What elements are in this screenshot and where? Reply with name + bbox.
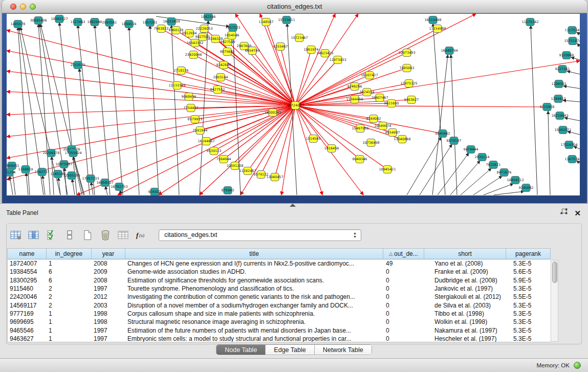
table-cell[interactable]: 2009: [92, 268, 125, 276]
graph-node[interactable]: 7594944: [216, 156, 231, 163]
graph-edge-black[interactable]: [567, 71, 580, 74]
table-cell[interactable]: Investigating the contribution of common…: [125, 293, 383, 301]
graph-node[interactable]: 13040457: [266, 173, 283, 181]
graph-node[interactable]: 8471676: [497, 169, 512, 177]
column-header-year[interactable]: year: [92, 249, 125, 259]
graph-node[interactable]: 13040868: [394, 136, 410, 143]
table-row[interactable]: 946362711997Embryonic stem cells: a mode…: [8, 335, 551, 342]
graph-edge-black[interactable]: [564, 118, 580, 121]
table-cell[interactable]: 9777169: [8, 310, 47, 318]
table-cell[interactable]: 5.3E-5: [506, 310, 551, 318]
graph-node[interactable]: 9245062: [519, 184, 534, 192]
table-row[interactable]: 1830029562008Estimation of significance …: [8, 276, 551, 285]
select-rows-icon[interactable]: [45, 229, 58, 241]
graph-node[interactable]: 7254407: [184, 104, 199, 112]
table-row[interactable]: 946554611997Estimation of the future num…: [8, 326, 551, 334]
graph-edge-black[interactable]: [577, 32, 580, 34]
graph-node[interactable]: 11973433: [329, 56, 346, 64]
tab-node-table[interactable]: Node Table: [216, 345, 266, 355]
graph-edge-black[interactable]: [78, 25, 95, 195]
table-source-select[interactable]: citations_edges.txt ▲▼: [159, 229, 361, 241]
graph-node[interactable]: 17016504: [560, 141, 577, 149]
graph-edge-red[interactable]: [241, 105, 295, 195]
column-header-title[interactable]: title: [125, 249, 383, 259]
graph-node[interactable]: 1882946: [88, 18, 102, 26]
graph-node[interactable]: 1092346: [201, 14, 216, 21]
graph-node[interactable]: 9068456: [182, 93, 197, 101]
graph-node[interactable]: 16115498: [424, 16, 441, 24]
graph-node[interactable]: 1156819: [18, 166, 33, 173]
table-cell[interactable]: 9465546: [8, 326, 47, 334]
graph-node[interactable]: 1209383: [552, 80, 567, 88]
graph-edge-black[interactable]: [450, 161, 480, 195]
table-cell[interactable]: 9115460: [8, 285, 47, 293]
graph-node[interactable]: 10685527: [51, 15, 68, 23]
table-cell[interactable]: 1: [47, 259, 92, 268]
graph-node[interactable]: 15723467: [291, 34, 308, 42]
graph-edge-black[interactable]: [577, 43, 580, 47]
column-header-short[interactable]: short: [424, 249, 506, 259]
graph-edge-black[interactable]: [432, 55, 448, 195]
graph-edge-black[interactable]: [58, 178, 60, 195]
table-cell[interactable]: 0: [383, 285, 424, 293]
graph-node[interactable]: 10736498: [362, 139, 379, 147]
graph-node[interactable]: 9227341: [555, 65, 570, 73]
table-cell[interactable]: 2003: [92, 301, 125, 309]
graph-node[interactable]: 22226053: [195, 25, 212, 33]
table-cell[interactable]: 1997: [92, 285, 125, 293]
table-cell[interactable]: 2008: [92, 276, 125, 285]
table-cell[interactable]: Estimation of significance thresholds fo…: [125, 276, 383, 285]
row-height-icon[interactable]: [63, 229, 76, 241]
graph-node[interactable]: 9329968: [559, 52, 574, 59]
graph-node[interactable]: 15497956: [352, 125, 368, 133]
graph-edge-black[interactable]: [105, 186, 107, 195]
table-cell[interactable]: 1997: [92, 326, 125, 334]
close-panel-icon[interactable]: ✕: [574, 209, 581, 217]
table-cell[interactable]: 2: [47, 293, 92, 301]
function-builder-icon[interactable]: f (x): [135, 229, 148, 241]
graph-node[interactable]: 12975125: [400, 80, 417, 87]
table-row[interactable]: 1938455462009Genome-wide association stu…: [8, 268, 551, 276]
table-cell[interactable]: 5.3E-5: [506, 301, 551, 309]
table-row[interactable]: 2242004622012Investigating the contribut…: [8, 293, 551, 301]
graph-node[interactable]: 15992071: [554, 126, 571, 134]
table-row[interactable]: 969969511998Structural magnetic resonanc…: [8, 318, 551, 326]
graph-node[interactable]: 11154988: [429, 25, 446, 33]
tab-network-table[interactable]: Network Table: [315, 345, 372, 355]
column-header-pagerank[interactable]: pagerank: [506, 249, 551, 259]
graph-edge-black[interactable]: [473, 176, 502, 195]
table-cell[interactable]: Tourette syndrome. Phenomenology and cla…: [125, 285, 383, 293]
graph-node[interactable]: 12133349: [168, 82, 185, 90]
graph-edge-black[interactable]: [420, 144, 452, 195]
graph-node[interactable]: 8912934: [182, 30, 197, 37]
table-cell[interactable]: 0: [383, 335, 424, 342]
graph-node[interactable]: 1616456: [324, 145, 339, 152]
table-cell[interactable]: 0: [383, 310, 424, 318]
table-cell[interactable]: 1: [47, 326, 92, 334]
network-window-titlebar[interactable]: citations_edges.txt: [2, 0, 587, 13]
graph-edge-black[interactable]: [120, 190, 122, 195]
table-cell[interactable]: 5.3E-5: [506, 335, 551, 342]
column-header-out_de[interactable]: △out_de...: [383, 249, 424, 259]
table-cell[interactable]: 2008: [92, 259, 125, 268]
graph-node[interactable]: 1148567: [259, 18, 274, 26]
table-cell[interactable]: 5.3E-5: [506, 259, 551, 268]
graph-node[interactable]: 1244413: [551, 95, 566, 103]
graph-edge-black[interactable]: [26, 173, 28, 195]
table-cell[interactable]: Disruption of a novel member of a sodium…: [125, 301, 383, 309]
graph-node[interactable]: 6879197: [447, 137, 462, 145]
column-header-in_degree[interactable]: in_degree: [47, 249, 92, 259]
zoom-button[interactable]: [30, 4, 36, 10]
graph-node[interactable]: 2935114: [475, 154, 490, 161]
graph-node[interactable]: 7857223: [226, 24, 241, 32]
graph-node[interactable]: 9474444: [464, 146, 478, 154]
graph-node[interactable]: 8045462: [435, 130, 450, 138]
graph-edge-black[interactable]: [72, 179, 75, 195]
table-cell[interactable]: Hescheler et al. (1997): [424, 335, 506, 342]
table-cell[interactable]: 5.5E-5: [506, 293, 551, 301]
graph-edge-red[interactable]: [295, 61, 580, 105]
table-cell[interactable]: Structural magnetic resonance image aver…: [125, 318, 383, 326]
table-cell[interactable]: 1: [47, 310, 92, 318]
table-cell[interactable]: 1: [47, 335, 92, 342]
table-cell[interactable]: 1998: [92, 318, 125, 326]
